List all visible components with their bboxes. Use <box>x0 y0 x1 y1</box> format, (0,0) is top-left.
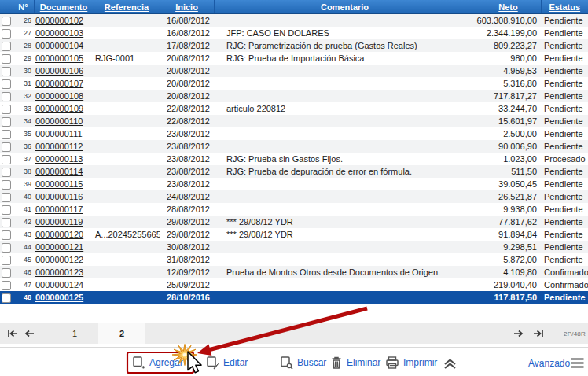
row-checkbox[interactable] <box>2 130 11 139</box>
table-row[interactable]: 26000000010216/08/2012603.308.910,00Pend… <box>0 14 588 28</box>
row-checkbox[interactable] <box>2 168 11 177</box>
column-header-neto[interactable]: Neto <box>476 0 541 14</box>
document-link[interactable]: 0000000107 <box>35 79 83 88</box>
row-checkbox[interactable] <box>2 205 11 215</box>
document-link[interactable]: 0000000116 <box>35 192 83 201</box>
row-checkbox[interactable] <box>2 193 11 202</box>
column-header-inicio[interactable]: Inicio <box>160 0 214 14</box>
table-row-selected[interactable]: 48000000012528/10/2016117.817,50Pendient… <box>0 291 588 304</box>
row-number: 42 <box>13 216 34 228</box>
buscar-button[interactable]: Buscar <box>280 356 326 370</box>
neto-cell: 9.298,51 <box>476 241 541 253</box>
row-checkbox[interactable] <box>2 54 11 64</box>
avanzado-link[interactable]: Avanzado <box>528 358 570 369</box>
document-link[interactable]: 0000000105 <box>35 53 83 63</box>
table-row[interactable]: 44000000012130/08/20129.298,51Pendiente <box>0 241 588 253</box>
table-row[interactable]: 290000000105RJG-000120/08/2012RJG: Prueb… <box>0 52 588 65</box>
row-checkbox[interactable] <box>2 293 11 303</box>
column-header-estatus[interactable]: Estatus <box>541 0 588 14</box>
row-checkbox[interactable] <box>2 281 11 290</box>
row-checkbox[interactable] <box>2 218 11 227</box>
document-link[interactable]: 0000000114 <box>35 167 83 176</box>
agregar-button[interactable]: Agregar <box>132 356 183 370</box>
inicio-cell: 23/08/2012 <box>160 165 214 178</box>
table-row[interactable]: 47000000012425/09/2012219.040,40Confirma… <box>0 278 588 291</box>
document-link[interactable]: 0000000108 <box>35 91 83 101</box>
prev-page-button[interactable] <box>24 328 35 339</box>
table-row[interactable]: 38000000011423/08/2012RJG: Prueba de dep… <box>0 165 588 178</box>
row-checkbox[interactable] <box>2 180 11 190</box>
table-row[interactable]: 41000000011728/08/20129.938,00Pendiente <box>0 203 588 216</box>
row-checkbox[interactable] <box>2 67 11 76</box>
row-number: 38 <box>13 165 34 178</box>
referencia-cell <box>94 140 160 153</box>
document-link[interactable]: 0000000124 <box>35 280 83 289</box>
document-link[interactable]: 0000000111 <box>35 129 83 138</box>
document-link[interactable]: 0000000109 <box>35 104 83 113</box>
document-link[interactable]: 0000000106 <box>35 66 83 76</box>
page-button-1[interactable]: 1 <box>51 323 98 344</box>
row-checkbox[interactable] <box>2 117 11 127</box>
table-row[interactable]: 40000000011624/08/201226.521,87Pendiente <box>0 190 588 203</box>
last-page-button[interactable] <box>532 328 545 339</box>
document-link[interactable]: 0000000112 <box>35 142 83 151</box>
table-row[interactable]: 30000000010620/08/20124.959,53Pendiente <box>0 65 588 77</box>
table-row[interactable]: 39000000011523/08/201239.050,45Pendiente <box>0 178 588 190</box>
row-checkbox[interactable] <box>2 155 11 164</box>
neto-cell: 9.938,00 <box>476 203 541 216</box>
document-link[interactable]: 0000000125 <box>35 293 83 302</box>
hamburger-menu-button[interactable] <box>570 357 585 372</box>
imprimir-button[interactable]: Imprimir <box>385 356 437 370</box>
table-row[interactable]: 34000000011022/08/201215.601,97Pendiente <box>0 115 588 127</box>
row-checkbox[interactable] <box>2 243 11 253</box>
document-link[interactable]: 0000000121 <box>35 242 83 252</box>
comentario-cell <box>214 203 476 216</box>
column-header-referencia[interactable]: Referencia <box>94 0 160 14</box>
document-link[interactable]: 0000000120 <box>35 230 83 239</box>
row-checkbox[interactable] <box>2 230 11 240</box>
document-link[interactable]: 0000000115 <box>35 179 83 189</box>
table-row[interactable]: 33000000010922/08/2012articulo 22081233.… <box>0 102 588 115</box>
row-checkbox[interactable] <box>2 92 11 101</box>
table-row[interactable]: 27000000010316/08/2012JFP: CASO EN DOLAR… <box>0 27 588 39</box>
inicio-cell: 31/08/2012 <box>160 253 214 266</box>
first-page-button[interactable] <box>6 328 19 339</box>
neto-cell: 2.344.199,00 <box>476 27 541 39</box>
table-row[interactable]: 36000000011223/08/201290.006,90Pendiente <box>0 140 588 153</box>
row-checkbox-cell <box>0 90 13 102</box>
document-link[interactable]: 0000000102 <box>35 16 83 25</box>
row-checkbox[interactable] <box>2 142 11 152</box>
row-checkbox[interactable] <box>2 17 11 26</box>
row-checkbox-cell <box>0 253 13 266</box>
row-checkbox[interactable] <box>2 105 11 114</box>
page-button-2[interactable]: 2 <box>98 323 145 344</box>
document-link[interactable]: 0000000117 <box>35 205 83 214</box>
document-link[interactable]: 0000000113 <box>35 154 83 164</box>
row-checkbox[interactable] <box>2 29 11 39</box>
table-row[interactable]: 45000000012231/08/20125.872,00Pendiente <box>0 253 588 266</box>
table-row[interactable]: 430000000120A...20245255665529/08/2012**… <box>0 228 588 241</box>
table-row[interactable]: 31000000010720/08/20125.316,80Pendiente <box>0 77 588 90</box>
row-checkbox[interactable] <box>2 42 11 51</box>
editar-button[interactable]: Editar <box>206 356 248 370</box>
row-checkbox[interactable] <box>2 79 11 89</box>
estatus-cell: Pendiente <box>541 65 588 77</box>
document-link[interactable]: 0000000104 <box>35 41 83 50</box>
next-page-button[interactable] <box>513 328 524 339</box>
eliminar-button[interactable]: Eliminar <box>330 356 380 370</box>
table-row[interactable]: 28000000010417/08/2012RJG: Parametrizaci… <box>0 39 588 52</box>
table-row[interactable]: 35000000011123/08/20122.500,00Pendiente <box>0 127 588 140</box>
row-checkbox[interactable] <box>2 256 11 265</box>
document-link[interactable]: 0000000122 <box>35 255 83 264</box>
table-row[interactable]: 42000000011929/08/2012*** 29/08/12 YDR77… <box>0 216 588 228</box>
table-row[interactable]: 32000000010820/08/2012717.817,27Pendient… <box>0 90 588 102</box>
table-row[interactable]: 46000000012312/09/2012Prueba de Montos O… <box>0 266 588 278</box>
document-link[interactable]: 0000000123 <box>35 267 83 277</box>
document-link[interactable]: 0000000119 <box>35 217 83 227</box>
document-link[interactable]: 0000000103 <box>35 28 83 38</box>
row-checkbox[interactable] <box>2 268 11 278</box>
column-header-documento[interactable]: Documento <box>34 0 94 14</box>
collapse-toolbar-button[interactable] <box>443 358 458 373</box>
table-row[interactable]: 37000000011323/08/2012RJG: Prueba sin Ga… <box>0 153 588 165</box>
document-link[interactable]: 0000000110 <box>35 116 83 126</box>
